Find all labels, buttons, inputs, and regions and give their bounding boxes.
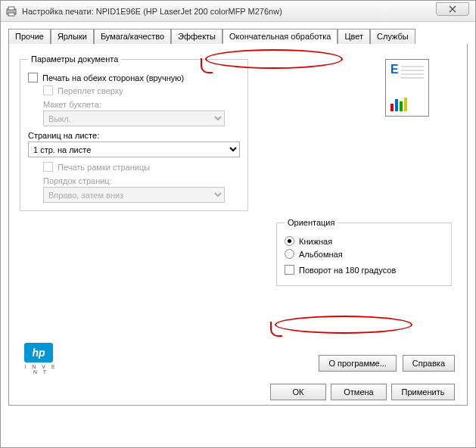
orientation-legend: Ориентация: [285, 218, 338, 227]
print-borders-checkbox: [43, 162, 53, 172]
landscape-radio[interactable]: [285, 249, 294, 259]
print-borders-label: Печать рамки страницы: [58, 163, 150, 172]
docparams-legend: Параметры документа: [28, 54, 121, 64]
client-area: Прочие Ярлыки Бумага/качество Эффекты Ок…: [1, 22, 475, 447]
print-both-sides-checkbox[interactable]: [28, 73, 38, 82]
landscape-label: Альбомная: [299, 250, 343, 259]
hp-logo-icon: hp I N V E N T: [24, 343, 58, 372]
print-both-sides-label: Печать на обеих сторонах (вручную): [42, 73, 184, 82]
tab-services[interactable]: Службы: [370, 29, 415, 44]
flip-top-label: Переплет сверху: [58, 86, 123, 95]
titlebar: Настройка печати: NPID1E96E (HP LaserJet…: [1, 1, 475, 22]
window-title: Настройка печати: NPID1E96E (HP LaserJet…: [22, 7, 282, 16]
rotate-180-label: Поворот на 180 градусов: [299, 266, 396, 275]
tab-other[interactable]: Прочие: [8, 29, 51, 44]
page-preview-icon: E: [385, 59, 429, 117]
flip-top-checkbox: [43, 86, 53, 95]
orientation-group: Ориентация Книжная Альбомная Поворот на …: [276, 218, 452, 286]
booklet-layout-label: Макет буклета:: [43, 100, 240, 109]
page-order-select: Вправо, затем вниз: [43, 187, 225, 203]
about-button[interactable]: О программе...: [319, 355, 396, 372]
printer-icon: [5, 5, 17, 17]
booklet-layout-select: Выкл.: [43, 110, 225, 126]
svg-rect-2: [8, 13, 14, 16]
apply-button[interactable]: Применить: [391, 384, 455, 400]
ok-button[interactable]: ОК: [270, 384, 326, 400]
help-button[interactable]: Справка: [403, 355, 455, 372]
page-order-label: Порядок страниц:: [43, 176, 240, 185]
tab-color[interactable]: Цвет: [338, 29, 370, 44]
document-parameters-group: Параметры документа Печать на обеих стор…: [20, 54, 248, 211]
cancel-button[interactable]: Отмена: [331, 384, 387, 400]
tab-effects[interactable]: Эффекты: [171, 29, 222, 44]
tab-panel: Параметры документа Печать на обеих стор…: [8, 44, 468, 406]
portrait-label: Книжная: [299, 237, 332, 246]
tab-paper-quality[interactable]: Бумага/качество: [94, 29, 171, 44]
print-settings-dialog: Настройка печати: NPID1E96E (HP LaserJet…: [0, 0, 476, 448]
tab-finishing[interactable]: Окончательная обработка: [222, 29, 338, 44]
pages-per-sheet-select[interactable]: 1 стр. на листе: [28, 142, 240, 157]
tab-shortcuts[interactable]: Ярлыки: [51, 29, 94, 44]
svg-rect-1: [8, 7, 14, 10]
rotate-180-checkbox[interactable]: [285, 265, 294, 275]
tab-strip: Прочие Ярлыки Бумага/качество Эффекты Ок…: [8, 29, 468, 45]
pages-per-sheet-label: Страниц на листе:: [28, 131, 240, 140]
close-button[interactable]: [436, 2, 469, 16]
portrait-radio[interactable]: [285, 236, 294, 246]
